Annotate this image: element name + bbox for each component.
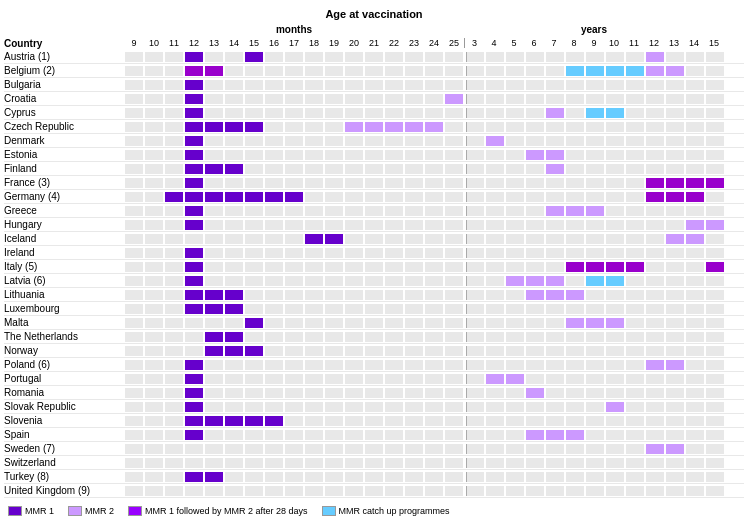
- cell: [165, 444, 183, 454]
- cell: [626, 136, 644, 146]
- cell: [285, 94, 303, 104]
- cell: [606, 318, 624, 328]
- cell: [365, 150, 383, 160]
- cell: [325, 94, 343, 104]
- cell: [205, 94, 223, 104]
- cell: [546, 360, 564, 370]
- cell: [626, 276, 644, 286]
- cell: [606, 178, 624, 188]
- country-label: Switzerland: [4, 457, 124, 468]
- cell: [466, 458, 484, 468]
- cell: [365, 458, 383, 468]
- cell: [165, 136, 183, 146]
- cell: [125, 136, 143, 146]
- cell: [586, 318, 604, 328]
- cell: [486, 220, 504, 230]
- cell: [165, 150, 183, 160]
- cell: [686, 80, 704, 90]
- cell: [566, 430, 584, 440]
- cell: [626, 472, 644, 482]
- cell: [145, 248, 163, 258]
- cell: [706, 276, 724, 286]
- cell: [586, 374, 604, 384]
- cell: [305, 94, 323, 104]
- cell: [586, 66, 604, 76]
- cell: [546, 136, 564, 146]
- cell: [325, 206, 343, 216]
- cell: [325, 388, 343, 398]
- cell: [405, 150, 423, 160]
- cell: [425, 108, 443, 118]
- cell: [586, 122, 604, 132]
- cell: [405, 346, 423, 356]
- cell: [646, 206, 664, 216]
- cell: [225, 66, 243, 76]
- cell: [345, 374, 363, 384]
- cell: [245, 416, 263, 426]
- cell: [125, 206, 143, 216]
- cell: [245, 430, 263, 440]
- cell: [145, 276, 163, 286]
- legend-mmr1-label: MMR 1: [25, 506, 54, 516]
- cell: [365, 276, 383, 286]
- cell: [586, 332, 604, 342]
- cell: [646, 486, 664, 496]
- cell: [225, 458, 243, 468]
- cell: [345, 52, 363, 62]
- cell: [145, 458, 163, 468]
- cell: [586, 360, 604, 370]
- cell: [606, 276, 624, 286]
- cell: [566, 262, 584, 272]
- cell: [566, 290, 584, 300]
- cell: [125, 374, 143, 384]
- cell: [466, 94, 484, 104]
- cell: [506, 248, 524, 258]
- cell: [185, 346, 203, 356]
- country-label: Italy (5): [4, 261, 124, 272]
- cell: [566, 178, 584, 188]
- cell: [125, 304, 143, 314]
- cell: [686, 318, 704, 328]
- cell: [205, 444, 223, 454]
- cell: [466, 402, 484, 412]
- cell: [626, 290, 644, 300]
- cell: [405, 444, 423, 454]
- table-row: Austria (1): [4, 50, 744, 64]
- cell: [245, 402, 263, 412]
- country-label: Sweden (7): [4, 443, 124, 454]
- cell: [265, 472, 283, 482]
- cell: [125, 332, 143, 342]
- cell: [486, 416, 504, 426]
- cell: [285, 248, 303, 258]
- cell: [646, 94, 664, 104]
- cell: [586, 416, 604, 426]
- cell: [145, 472, 163, 482]
- cell: [125, 94, 143, 104]
- cell: [586, 206, 604, 216]
- cell: [185, 416, 203, 426]
- cell: [466, 248, 484, 258]
- cell: [165, 318, 183, 328]
- cell: [445, 192, 463, 202]
- cell: [285, 66, 303, 76]
- cell: [125, 122, 143, 132]
- cell: [205, 66, 223, 76]
- cell: [626, 402, 644, 412]
- cell: [445, 234, 463, 244]
- cell: [305, 136, 323, 146]
- cell: [445, 458, 463, 468]
- cell: [546, 66, 564, 76]
- cell: [165, 416, 183, 426]
- cell: [405, 178, 423, 188]
- cell: [405, 136, 423, 146]
- table-row: Greece: [4, 204, 744, 218]
- cell: [365, 304, 383, 314]
- table-row: Romania: [4, 386, 744, 400]
- cell: [345, 262, 363, 272]
- legend-mmr1followed-label: MMR 1 followed by MMR 2 after 28 days: [145, 506, 308, 516]
- cell: [486, 430, 504, 440]
- cell: [425, 332, 443, 342]
- cell: [125, 318, 143, 328]
- cell: [466, 486, 484, 496]
- country-label: Romania: [4, 387, 124, 398]
